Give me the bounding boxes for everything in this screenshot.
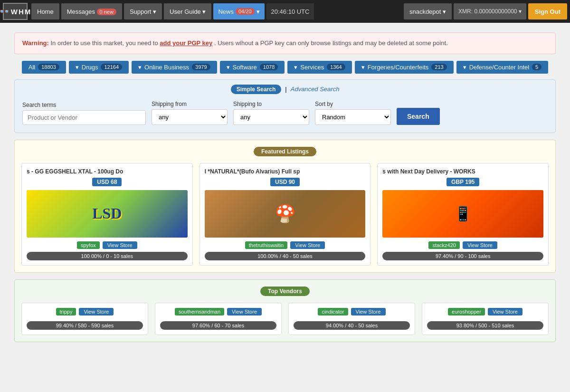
- view-store-button-0[interactable]: View Store: [103, 241, 137, 249]
- vendor-row-0: trippy View Store: [56, 308, 114, 316]
- cat-services[interactable]: ▾ Services 1364: [287, 61, 352, 74]
- listings-grid: s - GG EGGSHELL XTAL - 100ug Do USD 68 L…: [21, 163, 549, 266]
- shipping-to-label: Shipping to: [233, 101, 309, 107]
- vendor-row-2: cindicator View Store: [318, 308, 385, 316]
- listing-image-0: LSD: [27, 190, 188, 238]
- search-terms-field: Search terms: [22, 102, 146, 125]
- listing-price-0: USD 68: [27, 178, 188, 186]
- vendors-grid: trippy View Store 99.40% / 580 - 590 sal…: [21, 303, 549, 335]
- cat-forgeries-count: 213: [431, 64, 446, 70]
- top-vendors-panel: Top Vendors trippy View Store 99.40% / 5…: [14, 279, 556, 342]
- cat-software[interactable]: ▾ Software 1078: [220, 61, 285, 74]
- user-button[interactable]: snackdepot ▾: [404, 3, 452, 19]
- time-display: 20:46:10 UTC: [266, 3, 314, 19]
- shipping-to-select[interactable]: any: [233, 109, 309, 125]
- cat-defense-label: Defense/Counter Intel: [469, 64, 529, 71]
- vendor-badge-1: thetruthiswaitin: [245, 241, 287, 249]
- home-button[interactable]: Home: [31, 3, 59, 19]
- search-button[interactable]: Search: [397, 108, 440, 125]
- price-badge-0: USD 68: [92, 178, 122, 186]
- price-badge-2: GBP 195: [446, 178, 479, 186]
- logo-box: 👓 WHM: [3, 3, 28, 20]
- messages-button[interactable]: Messages 0 new: [61, 3, 122, 19]
- shipping-to-field: Shipping to any: [233, 101, 309, 125]
- search-terms-label: Search terms: [22, 102, 146, 108]
- listing-vendor-row-0: spyfox View Store: [27, 241, 188, 249]
- sort-by-field: Sort by Random: [315, 101, 391, 125]
- cat-defense[interactable]: ▾ Defense/Counter Intel 5: [456, 61, 549, 74]
- cat-online-business[interactable]: ▾ Online Business 3979: [132, 61, 217, 74]
- vendor-card-1: southernsandman View Store 97.60% / 60 -…: [155, 303, 282, 335]
- news-badge: 04/20: [236, 8, 255, 15]
- vendor-stats-2: 94.00% / 40 - 50 sales: [294, 321, 410, 330]
- vendor-view-store-1[interactable]: View Store: [227, 308, 262, 316]
- support-button[interactable]: Support ▾: [124, 3, 162, 19]
- shipping-from-field: Shipping from any: [152, 101, 228, 125]
- vendor-name-3: euroshopper: [448, 308, 485, 316]
- listing-card-2: s with Next Day Delivery - WORKS GBP 195…: [377, 163, 549, 266]
- cat-services-count: 1364: [327, 64, 345, 70]
- listing-vendor-row-1: thetruthiswaitin View Store: [205, 241, 366, 249]
- vendor-badge-0: spyfox: [77, 241, 100, 249]
- cat-all-count: 18803: [38, 64, 59, 70]
- listing-title-1: I *NATURAL*(Bufo Alvarius) Full sp: [205, 168, 366, 175]
- view-store-button-1[interactable]: View Store: [290, 241, 325, 249]
- news-button[interactable]: News 04/20 ▾: [213, 3, 264, 19]
- logo: 👓 WHM: [3, 3, 28, 20]
- cat-drugs-label: Drugs: [82, 64, 98, 71]
- main-container: Warning: In order to use this market, yo…: [10, 23, 560, 354]
- listing-stats-0: 100.00% / 0 - 10 sales: [27, 252, 188, 260]
- pgp-key-link[interactable]: add your PGP key: [160, 39, 212, 47]
- cat-all[interactable]: All 18803: [22, 61, 66, 74]
- cat-software-label: Software: [233, 64, 257, 71]
- listing-price-2: GBP 195: [382, 178, 543, 186]
- listing-vendor-row-2: stackz420 View Store: [382, 241, 543, 249]
- navbar: 👓 WHM Home Messages 0 new Support ▾ User…: [0, 0, 570, 23]
- vendor-view-store-3[interactable]: View Store: [488, 308, 522, 316]
- warning-text1: In order to use this market, you need to: [50, 39, 160, 47]
- vendor-name-1: southernsandman: [175, 308, 224, 316]
- featured-title-bar: Featured Listings: [21, 147, 549, 156]
- listing-card-0: s - GG EGGSHELL XTAL - 100ug Do USD 68 L…: [21, 163, 193, 266]
- vendor-card-2: cindicator View Store 94.00% / 40 - 50 s…: [288, 303, 415, 335]
- search-row: Search terms Shipping from any Shipping …: [22, 101, 548, 125]
- cat-online-business-count: 3979: [192, 64, 210, 70]
- listing-title-0: s - GG EGGSHELL XTAL - 100ug Do: [27, 168, 188, 175]
- vendor-view-store-0[interactable]: View Store: [79, 308, 114, 316]
- view-store-button-2[interactable]: View Store: [463, 241, 497, 249]
- cat-drugs-count: 12164: [101, 64, 122, 70]
- cat-forgeries-label: Forgeries/Counterfeits: [368, 64, 429, 71]
- listing-title-2: s with Next Day Delivery - WORKS: [382, 168, 543, 175]
- warning-box: Warning: In order to use this market, yo…: [14, 32, 556, 54]
- listing-image-2: 📱: [382, 190, 543, 238]
- signout-button[interactable]: Sign Out: [528, 3, 567, 19]
- featured-title: Featured Listings: [254, 147, 316, 156]
- shipping-from-label: Shipping from: [152, 101, 228, 107]
- vendor-view-store-2[interactable]: View Store: [351, 308, 386, 316]
- vendor-row-3: euroshopper View Store: [448, 308, 522, 316]
- cat-forgeries[interactable]: ▾ Forgeries/Counterfeits 213: [355, 61, 454, 74]
- cat-drugs[interactable]: ▾ Drugs 12164: [69, 61, 129, 74]
- advanced-search-tab[interactable]: Advanced Search: [291, 86, 340, 93]
- simple-search-tab[interactable]: Simple Search: [231, 85, 282, 94]
- shipping-from-select[interactable]: any: [152, 109, 228, 125]
- xmr-button[interactable]: XMR: 0.000000000000 ▾: [454, 3, 526, 19]
- cat-services-label: Services: [300, 64, 324, 71]
- search-section: Simple Search | Advanced Search Search t…: [14, 79, 556, 133]
- categories-bar: All 18803 ▾ Drugs 12164 ▾ Online Busines…: [14, 61, 556, 74]
- price-badge-1: USD 90: [270, 178, 300, 186]
- cat-software-count: 1078: [260, 64, 278, 70]
- listing-stats-1: 100.00% / 40 - 50 sales: [205, 252, 366, 260]
- search-terms-input[interactable]: [22, 110, 146, 125]
- sort-by-select[interactable]: Random: [315, 109, 391, 125]
- listing-card-1: I *NATURAL*(Bufo Alvarius) Full sp USD 9…: [200, 163, 371, 266]
- listing-image-1: 🍄: [205, 190, 366, 238]
- vendor-card-3: euroshopper View Store 93.80% / 500 - 51…: [422, 303, 549, 335]
- cat-online-business-label: Online Business: [144, 64, 189, 71]
- cat-defense-count: 5: [532, 64, 542, 70]
- featured-listings-panel: Featured Listings s - GG EGGSHELL XTAL -…: [14, 140, 556, 273]
- user-guide-button[interactable]: User Guide ▾: [164, 3, 211, 19]
- warning-title: Warning:: [22, 39, 49, 47]
- vendor-stats-3: 93.80% / 500 - 510 sales: [427, 321, 543, 330]
- vendor-stats-1: 97.60% / 60 - 70 sales: [160, 321, 276, 330]
